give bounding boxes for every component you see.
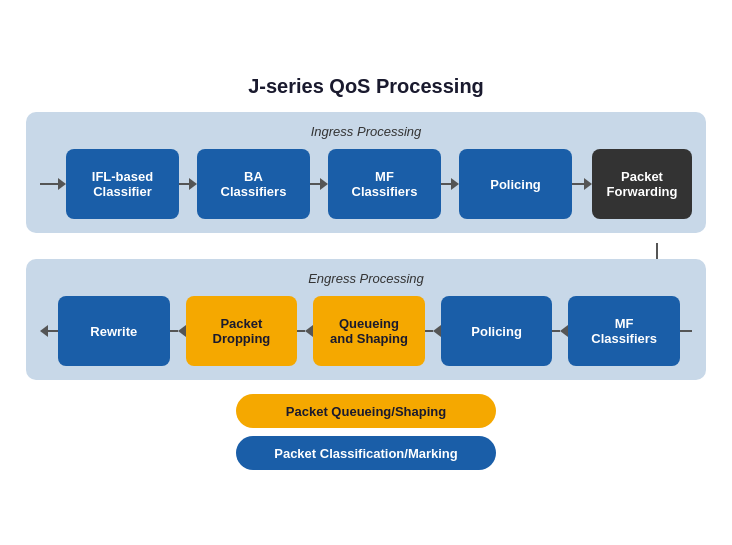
main-title: J-series QoS Processing <box>26 75 706 98</box>
arrow-e-2 <box>297 325 313 337</box>
egress-entry-line <box>680 330 692 332</box>
arrow-left-4 <box>433 325 441 337</box>
egress-output-arrow <box>40 325 58 337</box>
h-line-e1 <box>170 330 178 332</box>
ifl-classifier-box: IFL-basedClassifier <box>66 149 179 219</box>
h-line-4 <box>441 183 451 185</box>
arrow-left-3 <box>305 325 313 337</box>
egress-flow-row: Rewrite PacketDropping Queueingand Shapi… <box>40 296 692 366</box>
arrow-left-1 <box>40 325 48 337</box>
h-line-1 <box>40 183 58 185</box>
h-line-5 <box>572 183 584 185</box>
ingress-flow-row: IFL-basedClassifier BAClassifiers MFClas… <box>40 149 692 219</box>
h-line-e5 <box>680 330 692 332</box>
arrow-right-3 <box>320 178 328 190</box>
arrow-between-2 <box>310 178 328 190</box>
h-line-3 <box>310 183 320 185</box>
h-line-e2 <box>297 330 305 332</box>
arrow-right-5 <box>584 178 592 190</box>
mf-classifiers-ingress-box: MFClassifiers <box>328 149 441 219</box>
legend-blue: Packet Classification/Marking <box>236 436 496 470</box>
arrow-right-4 <box>451 178 459 190</box>
h-line-e0 <box>48 330 58 332</box>
mf-classifiers-egress-box: MFClassifiers <box>568 296 680 366</box>
legend-blue-label: Packet Classification/Marking <box>274 446 458 461</box>
packet-forwarding-box: PacketForwarding <box>592 149 692 219</box>
legend-gold: Packet Queueing/Shaping <box>236 394 496 428</box>
arrow-to-forwarding <box>572 178 592 190</box>
egress-section: Engress Processing Rewrite PacketDroppin… <box>26 259 706 380</box>
diagram-container: J-series QoS Processing Ingress Processi… <box>16 65 716 480</box>
rewrite-box: Rewrite <box>58 296 170 366</box>
policing-egress-box: Policing <box>441 296 553 366</box>
arrow-e-1 <box>170 325 186 337</box>
ba-classifiers-box: BAClassifiers <box>197 149 310 219</box>
packet-dropping-box: PacketDropping <box>186 296 298 366</box>
ingress-label: Ingress Processing <box>40 124 692 139</box>
h-line-e3 <box>425 330 433 332</box>
arrow-right-1 <box>58 178 66 190</box>
arrow-left-5 <box>560 325 568 337</box>
arrow-right-2 <box>189 178 197 190</box>
ingress-section: Ingress Processing IFL-basedClassifier B… <box>26 112 706 233</box>
egress-label: Engress Processing <box>40 271 692 286</box>
legend-gold-label: Packet Queueing/Shaping <box>286 404 446 419</box>
arrow-between-3 <box>441 178 459 190</box>
arrow-between-1 <box>179 178 197 190</box>
arrow-e-4 <box>552 325 568 337</box>
arrow-e-3 <box>425 325 441 337</box>
queueing-shaping-box: Queueingand Shaping <box>313 296 425 366</box>
ingress-entry-line <box>40 178 66 190</box>
legend: Packet Queueing/Shaping Packet Classific… <box>26 394 706 470</box>
policing-ingress-box: Policing <box>459 149 572 219</box>
arrow-left-2 <box>178 325 186 337</box>
h-line-e4 <box>552 330 560 332</box>
h-line-2 <box>179 183 189 185</box>
